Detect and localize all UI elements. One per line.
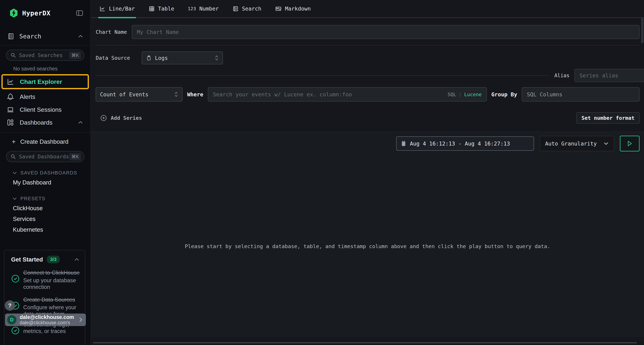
bell-icon [6, 93, 14, 101]
sidebar-item-label: Alerts [20, 93, 35, 100]
lucene-mode-option[interactable]: Lucene [464, 92, 482, 97]
granularity-select[interactable]: Auto Granularity [540, 136, 614, 151]
chevron-down-icon [604, 142, 609, 145]
tab-label: Search [242, 5, 261, 12]
add-series-button[interactable]: Add Series [100, 114, 142, 122]
set-number-format-button[interactable]: Set number format [576, 112, 640, 124]
date-range-picker[interactable]: Aug 4 16:12:13 - Aug 4 16:27:13 [396, 136, 534, 151]
get-started-title: Get Started [11, 256, 43, 263]
preset-item-kubernetes[interactable]: Kubernetes [0, 224, 90, 235]
chart-panel: Aug 4 16:12:13 - Aug 4 16:27:13 Auto Gra… [91, 132, 644, 337]
empty-state-message: Please start by selecting a database, ta… [91, 243, 644, 249]
sidebar-item-chart-explorer[interactable]: Chart Explorer [2, 74, 89, 89]
saved-searches-placeholder: Saved Searches [19, 52, 69, 58]
divider [0, 132, 90, 132]
sidebar: HyperDX Search Saved Searches ⌘K No save… [0, 0, 91, 345]
sidebar-item-client-sessions[interactable]: Client Sessions [0, 103, 90, 116]
chevron-down-icon [12, 171, 17, 174]
saved-dashboards-input[interactable]: Saved Dashboards ⌘K [6, 151, 84, 162]
scrollbar-thumb[interactable] [641, 18, 644, 43]
main-content: Line/Bar Table 123 Number Search Markdow… [91, 0, 644, 345]
logo-row: HyperDX [0, 0, 90, 18]
chevron-right-icon [79, 317, 83, 323]
where-input[interactable] [208, 87, 486, 101]
123-icon: 123 [188, 6, 196, 11]
sql-mode-option[interactable]: SQL [448, 92, 456, 97]
section-heading: PRESETS [20, 196, 46, 201]
sidebar-item-alerts[interactable]: Alerts [0, 90, 90, 103]
tab-number[interactable]: 123 Number [188, 0, 219, 18]
tab-label: Markdown [285, 5, 311, 12]
calendar-icon [401, 140, 406, 147]
task-connect-clickhouse[interactable]: Connect to ClickHouse Set up your databa… [11, 269, 81, 290]
create-dashboard-label: Create Dashboard [20, 138, 68, 145]
select-chevrons-icon [210, 55, 219, 61]
journal-icon [7, 32, 15, 40]
divider [0, 45, 90, 45]
data-source-value: Logs [155, 55, 168, 61]
sidebar-section-search[interactable]: Search [0, 31, 90, 42]
search-icon [10, 154, 16, 159]
tab-label: Table [158, 5, 174, 12]
add-series-label: Add Series [111, 115, 142, 121]
tab-line-bar[interactable]: Line/Bar [99, 0, 135, 18]
sidebar-item-label: Client Sessions [20, 106, 62, 113]
tab-search[interactable]: Search [232, 0, 261, 18]
bottom-divider [93, 342, 637, 343]
group-by-label: Group By [492, 91, 517, 98]
tab-table[interactable]: Table [148, 0, 174, 18]
section-presets[interactable]: PRESETS [0, 194, 90, 203]
aggregation-value: Count of Events [100, 91, 148, 98]
chevron-up-icon [78, 34, 83, 38]
chart-line-icon [99, 5, 106, 12]
chart-name-label: Chart Name [96, 29, 132, 35]
create-dashboard-button[interactable]: + Create Dashboard [0, 137, 90, 147]
dashboard-item-my-dashboard[interactable]: My Dashboard [0, 177, 90, 188]
section-saved-dashboards[interactable]: SAVED DASHBOARDS [0, 169, 90, 177]
tab-label: Number [199, 5, 218, 12]
where-search-box: SQL | Lucene [208, 87, 486, 101]
data-source-label: Data Source [96, 55, 142, 61]
table-grid-icon [148, 5, 155, 12]
no-saved-searches-note: No saved searches [13, 66, 90, 72]
group-by-input[interactable] [522, 87, 640, 101]
chevron-up-icon[interactable] [74, 258, 80, 262]
section-heading: SAVED DASHBOARDS [20, 170, 77, 176]
hyperdx-logo-icon [9, 8, 18, 18]
sidebar-item-dashboards[interactable]: Dashboards [0, 116, 90, 129]
layout-grid-icon [6, 118, 14, 126]
aggregation-select[interactable]: Count of Events [96, 87, 182, 101]
help-button[interactable]: ? [5, 300, 15, 311]
get-started-panel: Get Started 3/3 Connect to ClickHouse Se… [4, 250, 85, 345]
tab-label: Line/Bar [109, 5, 135, 12]
sidebar-search-label: Search [19, 33, 41, 40]
chevron-down-icon [12, 197, 17, 200]
tab-markdown[interactable]: Markdown [275, 0, 311, 18]
circle-check-icon [11, 269, 23, 290]
chart-name-input[interactable] [132, 25, 640, 39]
search-icon [10, 52, 16, 58]
user-account-chip[interactable]: D dale@clickhouse.com dale@clickhouse.co… [5, 314, 86, 326]
sidebar-item-label: Dashboards [20, 119, 52, 126]
user-email: dale@clickhouse.com [20, 314, 79, 320]
alias-label: Alias [554, 73, 570, 78]
markdown-icon [275, 5, 282, 12]
laptop-icon [6, 106, 14, 113]
saved-dashboards-placeholder: Saved Dashboards [19, 154, 69, 160]
run-query-play-button[interactable] [620, 136, 640, 151]
query-language-toggle[interactable]: SQL | Lucene [448, 87, 482, 101]
preset-item-clickhouse[interactable]: ClickHouse [0, 203, 90, 214]
task-subtitle-line2: metrics, or traces [23, 328, 80, 335]
brand-title: HyperDX [22, 9, 51, 17]
preset-item-services[interactable]: Services [0, 214, 90, 224]
mode-separator: | [459, 92, 462, 97]
task-title: Connect to ClickHouse [23, 269, 80, 276]
series-alias-input[interactable] [574, 69, 644, 82]
chevron-up-icon [78, 121, 83, 124]
saved-searches-input[interactable]: Saved Searches ⌘K [6, 50, 84, 61]
task-title: Create Data Sources [23, 296, 80, 303]
sidebar-item-label: Chart Explorer [20, 78, 62, 85]
data-source-select[interactable]: Logs [142, 51, 223, 64]
where-label: Where [187, 91, 203, 98]
sidebar-collapse-icon[interactable] [76, 10, 83, 16]
